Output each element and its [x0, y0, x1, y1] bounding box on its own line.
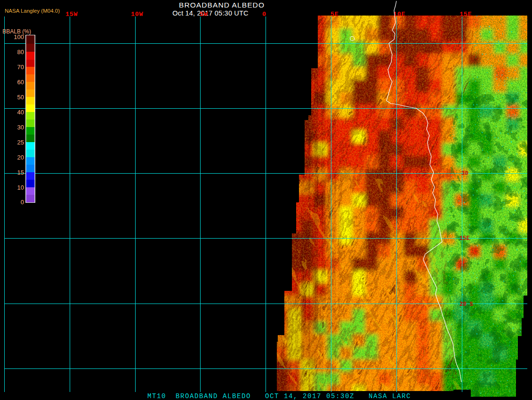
svg-text:70: 70: [17, 64, 24, 71]
svg-text:5E: 5E: [330, 11, 339, 18]
svg-text:15: 15: [17, 169, 24, 176]
svg-text:5W: 5W: [200, 11, 208, 18]
svg-text:25: 25: [17, 139, 24, 146]
svg-text:50: 50: [17, 94, 24, 101]
svg-text:10W: 10W: [131, 11, 143, 18]
svg-text:60: 60: [17, 79, 24, 86]
svg-text:15W: 15W: [65, 11, 78, 18]
svg-text:40: 40: [17, 109, 24, 116]
svg-text:20: 20: [17, 154, 24, 161]
svg-text:15E: 15E: [459, 11, 472, 18]
svg-text:BROADBAND ALBEDO: BROADBAND ALBEDO: [179, 1, 265, 9]
svg-text:Oct 14, 2017 05:30 UTC: Oct 14, 2017 05:30 UTC: [172, 9, 249, 17]
svg-text:NASA Langley (M04.0): NASA Langley (M04.0): [5, 8, 60, 14]
svg-text:15E: 15E: [459, 235, 470, 242]
svg-text:30: 30: [17, 124, 24, 131]
svg-text:80: 80: [17, 48, 24, 56]
svg-text:30: 30: [461, 170, 468, 177]
svg-text:0: 0: [262, 11, 266, 18]
svg-text:0: 0: [21, 199, 24, 206]
svg-text:MT10 BROADBAND ALBEDO OCT 1: MT10 BROADBAND ALBEDO OCT 14, 2017 05:30…: [147, 392, 411, 400]
svg-text:20 S: 20 S: [459, 301, 473, 308]
svg-text:10: 10: [17, 184, 24, 191]
svg-text:100: 100: [14, 33, 24, 40]
